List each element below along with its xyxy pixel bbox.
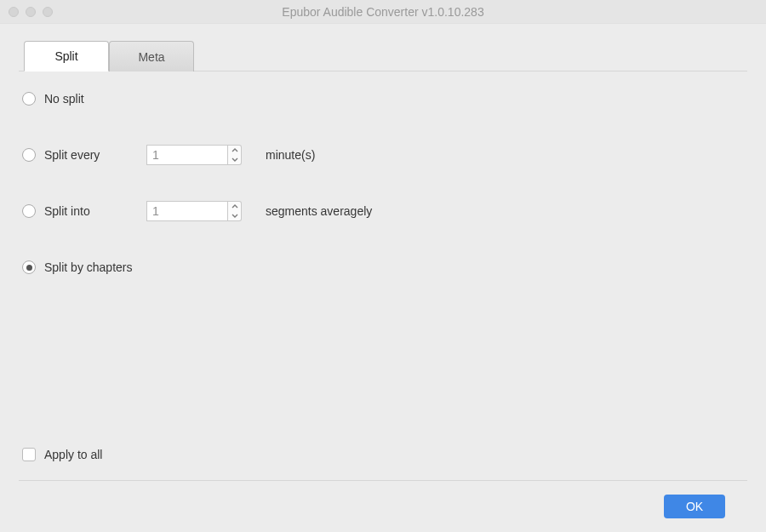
tab-split[interactable]: Split	[24, 41, 109, 72]
chevron-up-icon	[232, 204, 238, 209]
option-no-split: No split	[22, 89, 744, 109]
ok-button[interactable]: OK	[664, 495, 725, 518]
button-row: OK	[19, 495, 747, 522]
traffic-lights	[0, 7, 53, 17]
segments-step-down[interactable]	[228, 211, 241, 220]
label-split-into: Split into	[44, 204, 90, 218]
segments-field[interactable]	[146, 201, 228, 221]
chevron-down-icon	[232, 214, 238, 218]
titlebar: Epubor Audible Converter v1.0.10.283	[0, 0, 766, 24]
chevron-up-icon	[232, 148, 238, 152]
option-split-every: Split every minute(s)	[22, 145, 744, 165]
tab-meta-label: Meta	[138, 50, 164, 64]
ok-button-label: OK	[686, 500, 703, 513]
minutes-stepper	[146, 145, 242, 165]
minutes-field[interactable]	[146, 145, 228, 165]
option-split-chapters: Split by chapters	[22, 257, 744, 277]
chevron-down-icon	[232, 157, 238, 162]
zoom-window-button[interactable]	[43, 7, 53, 17]
close-window-button[interactable]	[9, 7, 19, 17]
window-title: Epubor Audible Converter v1.0.10.283	[0, 5, 766, 19]
apply-to-all-label: Apply to all	[44, 448, 102, 461]
dialog-content: Split Meta No split Split every	[0, 24, 766, 532]
minutes-step-up[interactable]	[228, 146, 241, 155]
split-panel: No split Split every	[19, 72, 747, 480]
label-split-every: Split every	[44, 148, 100, 162]
tabs-bar: Split Meta	[19, 39, 747, 72]
option-split-into: Split into segments averagely	[22, 201, 744, 221]
segments-step-up[interactable]	[228, 202, 241, 211]
apply-to-all-checkbox[interactable]	[22, 448, 36, 461]
tab-meta[interactable]: Meta	[109, 41, 194, 72]
divider	[19, 480, 747, 481]
label-no-split: No split	[44, 92, 84, 106]
suffix-segments: segments averagely	[266, 204, 372, 218]
radio-split-into[interactable]	[22, 204, 36, 218]
window: Epubor Audible Converter v1.0.10.283 Spl…	[0, 0, 766, 532]
radio-split-chapters[interactable]	[22, 260, 36, 274]
radio-split-every[interactable]	[22, 148, 36, 162]
suffix-minutes: minute(s)	[266, 148, 315, 162]
apply-to-all-row: Apply to all	[22, 448, 744, 461]
segments-stepper	[146, 201, 242, 221]
minutes-step-down[interactable]	[228, 155, 241, 164]
tab-split-label: Split	[54, 49, 77, 63]
minimize-window-button[interactable]	[26, 7, 36, 17]
radio-no-split[interactable]	[22, 92, 36, 106]
label-split-chapters: Split by chapters	[44, 260, 133, 274]
